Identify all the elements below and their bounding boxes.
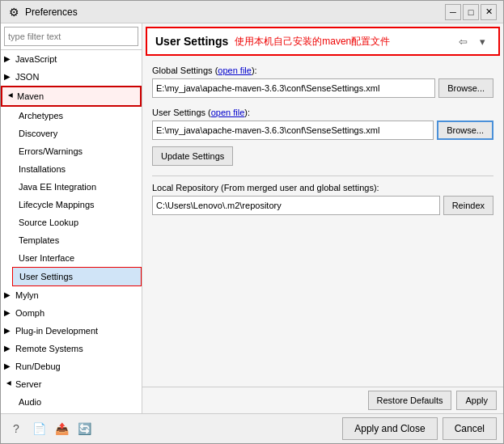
sidebar-item-archetypes[interactable]: Archetypes (12, 107, 142, 125)
preferences-window: ⚙ Preferences ─ □ ✕ ▶ JavaScript ▶ (0, 0, 504, 444)
local-repo-row: Reindex (152, 196, 493, 215)
user-settings-field[interactable] (152, 121, 434, 140)
user-settings-section: User Settings (open file): Browse... Upd… (152, 108, 493, 166)
chevron-right-icon: ▶ (4, 70, 14, 84)
chevron-right-icon: ▶ (4, 288, 14, 302)
sidebar-item-plugin-development[interactable]: ▶ Plug-in Development (1, 322, 142, 340)
close-button[interactable]: ✕ (481, 4, 497, 20)
chevron-down-icon: ▼ (2, 379, 16, 389)
minimize-button[interactable]: ─ (445, 4, 461, 20)
filter-input[interactable] (4, 27, 138, 46)
sidebar-item-label: JSON (15, 70, 39, 84)
sidebar-item-audio[interactable]: Audio (12, 393, 142, 411)
update-settings-row: Update Settings (152, 146, 493, 166)
user-open-file-link[interactable]: open file (211, 108, 245, 117)
chevron-right-icon: ▶ (4, 306, 14, 320)
user-browse-button[interactable]: Browse... (437, 121, 493, 140)
sidebar-item-label: Maven (17, 89, 44, 104)
local-repo-section: Local Repository (From merged user and g… (152, 183, 493, 215)
sidebar-item-source-lookup[interactable]: Source Lookup (12, 214, 142, 231)
panel-annotation: 使用本机自己安装的maven配置文件 (235, 35, 390, 49)
left-panel: ▶ JavaScript ▶ JSON ▼ Maven Archetypes D… (1, 23, 142, 413)
chevron-down-icon[interactable]: ▾ (474, 33, 490, 49)
sidebar-item-run-debug[interactable]: ▶ Run/Debug (1, 357, 142, 375)
local-repo-label: Local Repository (From merged user and g… (152, 183, 493, 192)
filter-container (1, 23, 142, 50)
local-repo-field[interactable] (152, 196, 440, 215)
divider (152, 175, 493, 176)
sidebar-item-installations[interactable]: Installations (12, 160, 142, 178)
sidebar-item-server[interactable]: ▼ Server (1, 375, 142, 393)
bottom-right-buttons: Apply and Close Cancel (342, 417, 497, 440)
cancel-button[interactable]: Cancel (443, 417, 497, 440)
global-settings-field[interactable] (152, 78, 435, 98)
sidebar-item-label: Remote Systems (15, 341, 83, 356)
sidebar-item-templates[interactable]: Templates (12, 231, 142, 249)
sidebar-item-user-settings[interactable]: User Settings (12, 267, 142, 286)
title-bar-controls: ─ □ ✕ (445, 4, 497, 20)
right-body: Global Settings (open file): Browse... U… (142, 59, 503, 387)
apply-and-close-button[interactable]: Apply and Close (342, 417, 437, 440)
right-footer-buttons: Restore Defaults Apply (142, 387, 503, 413)
sidebar-item-discovery[interactable]: Discovery (12, 125, 142, 142)
sidebar-item-label: Oomph (15, 306, 44, 320)
help-icon[interactable]: ? (7, 420, 25, 438)
global-open-file-link[interactable]: open file (218, 66, 252, 75)
chevron-right-icon: ▶ (4, 341, 14, 356)
sidebar-item-label: Server (15, 377, 41, 391)
sidebar-item-java-ee-integration[interactable]: Java EE Integration (12, 178, 142, 196)
chevron-right-icon: ▶ (4, 323, 14, 338)
global-settings-label: Global Settings (open file): (152, 66, 493, 75)
sidebar-item-json[interactable]: ▶ JSON (1, 68, 142, 86)
chevron-down-icon: ▼ (3, 91, 18, 101)
global-settings-section: Global Settings (open file): Browse... (152, 66, 493, 98)
sidebar-item-maven[interactable]: ▼ Maven (1, 86, 142, 107)
restore-defaults-button[interactable]: Restore Defaults (368, 391, 452, 410)
window-title: Preferences (25, 6, 445, 18)
title-bar: ⚙ Preferences ─ □ ✕ (1, 1, 503, 23)
header-actions: ⇦ ▾ (455, 33, 490, 49)
bottom-toolbar: ? 📄 📤 🔄 Apply and Close Cancel (1, 413, 503, 443)
sidebar-item-mylyn[interactable]: ▶ Mylyn (1, 286, 142, 304)
window-icon: ⚙ (7, 6, 20, 19)
maximize-button[interactable]: □ (463, 4, 479, 20)
server-children: Audio Launching (1, 393, 142, 413)
chevron-right-icon: ▶ (4, 359, 14, 374)
apply-button[interactable]: Apply (456, 391, 497, 410)
sidebar-item-label: Mylyn (15, 288, 39, 302)
sidebar-item-remote-systems[interactable]: ▶ Remote Systems (1, 340, 142, 357)
sidebar-item-label: Plug-in Development (15, 323, 98, 338)
chevron-right-icon: ▶ (4, 52, 14, 66)
panel-title: User Settings (155, 35, 228, 48)
user-settings-label: User Settings (open file): (152, 108, 493, 117)
import-icon[interactable]: 📤 (53, 420, 70, 438)
global-browse-button[interactable]: Browse... (438, 78, 493, 98)
navigate-back-icon[interactable]: ⇦ (455, 33, 471, 49)
sidebar-item-user-interface[interactable]: User Interface (12, 249, 142, 267)
export-icon[interactable]: 📄 (30, 420, 48, 438)
right-panel: User Settings 使用本机自己安装的maven配置文件 ⇦ ▾ Glo… (142, 23, 503, 413)
global-settings-row: Browse... (152, 78, 493, 98)
update-settings-button[interactable]: Update Settings (152, 146, 233, 166)
reindex-button[interactable]: Reindex (443, 196, 493, 215)
sidebar-item-lifecycle-mappings[interactable]: Lifecycle Mappings (12, 196, 142, 214)
right-header: User Settings 使用本机自己安装的maven配置文件 ⇦ ▾ (146, 27, 500, 56)
user-settings-row: Browse... (152, 121, 493, 140)
sidebar-item-javascript[interactable]: ▶ JavaScript (1, 50, 142, 68)
sidebar-item-label: JavaScript (15, 52, 57, 66)
bottom-left-icons: ? 📄 📤 🔄 (7, 420, 93, 438)
sidebar-item-label: Run/Debug (15, 359, 61, 374)
sidebar-item-oomph[interactable]: ▶ Oomph (1, 304, 142, 322)
main-content: ▶ JavaScript ▶ JSON ▼ Maven Archetypes D… (1, 23, 503, 413)
tree-container: ▶ JavaScript ▶ JSON ▼ Maven Archetypes D… (1, 50, 142, 413)
refresh-icon[interactable]: 🔄 (75, 420, 93, 438)
sidebar-item-errors-warnings[interactable]: Errors/Warnings (12, 142, 142, 160)
maven-children: Archetypes Discovery Errors/Warnings Ins… (1, 107, 142, 286)
